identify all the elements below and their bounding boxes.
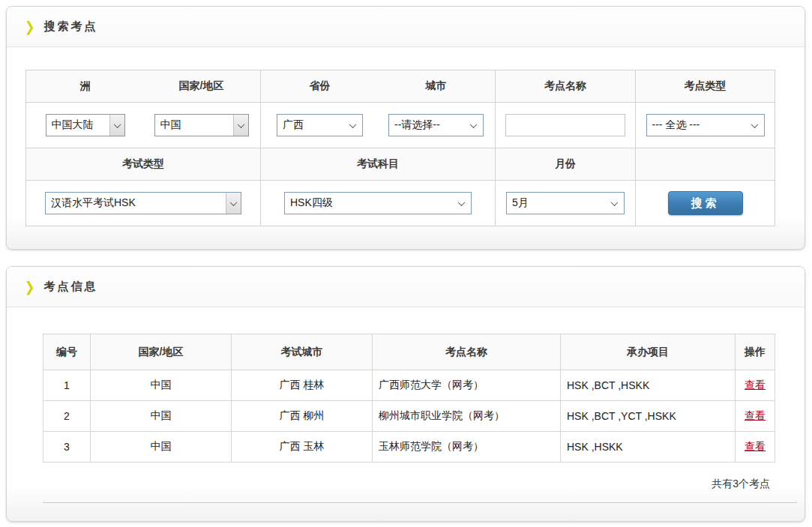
month-select[interactable]: 5月 xyxy=(506,192,625,214)
search-panel-header: ❯ 搜索考点 xyxy=(7,7,805,47)
row-center: 广西师范大学（网考） xyxy=(373,370,561,401)
form-control-row-1: 中国大陆 中国 xyxy=(26,103,775,148)
province-label: 省份 xyxy=(262,79,378,93)
city-label: 城市 xyxy=(378,79,494,93)
col-center: 考点名称 xyxy=(373,334,561,370)
chevron-down-icon xyxy=(226,193,241,214)
row-city: 广西 玉林 xyxy=(232,432,373,463)
col-city: 考试城市 xyxy=(232,334,373,370)
row-programs: HSK ,HSKK xyxy=(561,432,736,463)
chevron-down-icon xyxy=(233,115,248,136)
view-link[interactable]: 查看 xyxy=(745,379,766,391)
row-center: 玉林师范学院（网考） xyxy=(373,432,561,463)
month-select-value: 5月 xyxy=(512,196,529,210)
row-no: 1 xyxy=(43,370,91,401)
page: ❯ 搜索考点 洲 国家/地区 省份 城市 xyxy=(0,0,812,527)
chevron-down-icon xyxy=(470,121,478,128)
center-type-label: 考点类型 xyxy=(636,70,775,103)
exam-type-label: 考试类型 xyxy=(26,148,261,181)
table-row: 2 中国 广西 柳州 柳州城市职业学院（网考） HSK ,BCT ,YCT ,H… xyxy=(43,401,775,432)
continent-label: 洲 xyxy=(27,79,143,93)
row-country: 中国 xyxy=(91,401,232,432)
arrow-right-icon: ❯ xyxy=(25,19,34,33)
country-select-value: 中国 xyxy=(160,118,181,132)
chevron-down-icon xyxy=(611,199,619,206)
row-country: 中国 xyxy=(91,370,232,401)
exam-subject-select-value: HSK四级 xyxy=(290,196,333,210)
results-panel-title: 考点信息 xyxy=(43,280,97,294)
center-type-select[interactable]: --- 全选 --- xyxy=(646,114,765,136)
center-name-input[interactable] xyxy=(505,114,625,136)
country-label: 国家/地区 xyxy=(143,79,259,93)
results-panel: ❯ 考点信息 编号 国家/地区 考试城市 考点名称 承办项目 操作 1 中国 广… xyxy=(6,266,805,522)
row-programs: HSK ,BCT ,YCT ,HSKK xyxy=(561,401,736,432)
col-action: 操作 xyxy=(736,334,775,370)
row-no: 3 xyxy=(43,432,91,463)
chevron-down-icon xyxy=(349,121,357,128)
form-label-row-1: 洲 国家/地区 省份 城市 考点名称 考点类型 xyxy=(26,70,775,103)
col-programs: 承办项目 xyxy=(561,334,736,370)
province-select-value: 广西 xyxy=(283,118,304,132)
exam-type-select[interactable]: 汉语水平考试HSK xyxy=(45,192,241,214)
results-header-row: 编号 国家/地区 考试城市 考点名称 承办项目 操作 xyxy=(43,334,775,370)
chevron-down-icon xyxy=(751,121,758,128)
row-city: 广西 桂林 xyxy=(232,370,373,401)
continent-select-value: 中国大陆 xyxy=(52,118,94,132)
search-panel: ❯ 搜索考点 洲 国家/地区 省份 城市 xyxy=(6,6,805,250)
row-programs: HSK ,BCT ,HSKK xyxy=(561,370,736,401)
row-city: 广西 柳州 xyxy=(232,401,373,432)
col-country: 国家/地区 xyxy=(91,334,232,370)
bottom-padding xyxy=(7,503,805,521)
row-no: 2 xyxy=(43,401,91,432)
results-panel-header: ❯ 考点信息 xyxy=(7,267,805,307)
city-select-value: --请选择-- xyxy=(394,118,440,132)
chevron-down-icon xyxy=(109,115,124,136)
form-control-row-2: 汉语水平考试HSK HSK四级 5月 xyxy=(26,181,775,226)
results-table: 编号 国家/地区 考试城市 考点名称 承办项目 操作 1 中国 广西 桂林 广西… xyxy=(43,334,775,463)
exam-type-select-value: 汉语水平考试HSK xyxy=(51,196,136,210)
view-link[interactable]: 查看 xyxy=(745,409,766,421)
chevron-down-icon xyxy=(458,199,466,206)
view-link[interactable]: 查看 xyxy=(745,440,766,452)
row-country: 中国 xyxy=(91,432,232,463)
col-no: 编号 xyxy=(43,334,91,370)
country-select[interactable]: 中国 xyxy=(154,114,249,136)
row-center: 柳州城市职业学院（网考） xyxy=(373,401,561,432)
exam-subject-label: 考试科目 xyxy=(261,148,496,181)
center-type-select-value: --- 全选 --- xyxy=(652,118,700,132)
table-row: 1 中国 广西 桂林 广西师范大学（网考） HSK ,BCT ,HSKK 查看 xyxy=(43,370,775,401)
month-label: 月份 xyxy=(496,148,636,181)
table-row: 3 中国 广西 玉林 玉林师范学院（网考） HSK ,HSKK 查看 xyxy=(43,432,775,463)
search-form-table: 洲 国家/地区 省份 城市 考点名称 考点类型 xyxy=(25,70,775,226)
arrow-right-icon: ❯ xyxy=(25,280,34,293)
form-label-row-2: 考试类型 考试科目 月份 xyxy=(26,148,775,181)
city-select[interactable]: --请选择-- xyxy=(388,114,484,136)
continent-select[interactable]: 中国大陆 xyxy=(46,114,125,136)
exam-subject-select[interactable]: HSK四级 xyxy=(284,192,472,214)
result-count-summary: 共有3个考点 xyxy=(7,478,805,491)
search-panel-title: 搜索考点 xyxy=(43,19,97,34)
province-select[interactable]: 广西 xyxy=(277,114,363,136)
search-button[interactable]: 搜索 xyxy=(668,191,743,215)
center-name-label: 考点名称 xyxy=(496,70,636,103)
